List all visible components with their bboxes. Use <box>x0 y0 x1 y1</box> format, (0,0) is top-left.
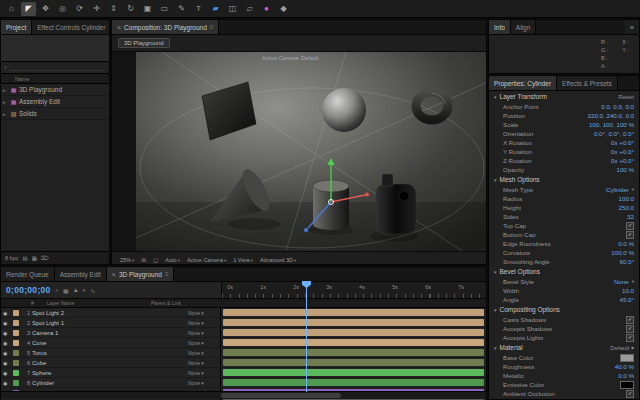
search-input[interactable] <box>9 64 106 71</box>
twirl-icon[interactable]: ▸ <box>3 87 8 93</box>
layer-row[interactable]: ◉5TorusNone ▾ <box>1 348 486 358</box>
selection-tool-icon[interactable]: ◤ <box>21 2 36 16</box>
parent-link-dropdown[interactable]: None ▾ <box>188 360 218 366</box>
section-header[interactable]: ▾MaterialDefault ▾ <box>489 342 639 353</box>
property-row[interactable]: Casts Shadows✓ <box>489 315 639 324</box>
property-row[interactable]: Radius100.0 <box>489 194 639 203</box>
layer-track[interactable] <box>221 328 486 337</box>
type-tool-icon[interactable]: T <box>191 2 206 16</box>
property-row[interactable]: Metallic0.0 % <box>489 371 639 380</box>
grid-guides-icon[interactable]: ⊞ <box>141 256 146 263</box>
tab-effect-controls[interactable]: Effect Controls Cylinder <box>32 20 109 34</box>
parent-link-dropdown[interactable]: None ▾ <box>188 320 218 326</box>
twirl-icon[interactable]: ▸ <box>3 99 8 105</box>
twirl-icon[interactable]: ▾ <box>494 345 497 351</box>
property-row[interactable]: Emissive Color <box>489 380 639 389</box>
layer-track[interactable] <box>221 308 486 317</box>
section-header[interactable]: ▾Layer TransformReset <box>489 91 639 102</box>
composition-viewport[interactable]: Active Camera: Default <box>112 52 486 251</box>
layer-duration-bar[interactable] <box>223 319 484 326</box>
color-swatch[interactable] <box>620 381 634 389</box>
twirl-icon[interactable]: ▾ <box>494 177 497 183</box>
property-row[interactable]: Position320.0, 240.0, 0.0 <box>489 111 639 120</box>
layer-row[interactable]: ◉2Spot Light 1None ▾ <box>1 318 486 328</box>
layer-row[interactable]: ◉4ConeNone ▾ <box>1 338 486 348</box>
property-value[interactable]: 250.0 <box>619 204 634 211</box>
layer-row[interactable]: ◉6CubeNone ▾ <box>1 358 486 368</box>
renderer-control[interactable]: Advanced 3D▾ <box>260 257 296 263</box>
layer-track[interactable] <box>221 358 486 367</box>
eraser-tool-icon[interactable]: ▱ <box>242 2 257 16</box>
property-value[interactable]: 0x +0.0° <box>611 148 634 155</box>
view-layout-control[interactable]: 1 View▾ <box>233 257 253 263</box>
property-row[interactable]: Edge Roundness0.0 % <box>489 239 639 248</box>
tab-properties[interactable]: Properties: Cylinder <box>489 76 557 90</box>
resolution-control[interactable]: Auto▾ <box>165 257 180 263</box>
bit-depth-label[interactable]: 8 bpc <box>5 255 18 261</box>
motion-blur-icon[interactable]: ◐ <box>83 287 87 294</box>
property-row[interactable]: Angle45.0° <box>489 295 639 304</box>
property-value[interactable]: 100.0 % <box>611 249 634 256</box>
layer-track[interactable] <box>221 318 486 327</box>
panel-menu-icon[interactable]: ≡ <box>625 20 639 34</box>
property-row[interactable]: Y Rotation0x +0.0° <box>489 147 639 156</box>
property-value[interactable]: 100 % <box>616 166 634 173</box>
project-item[interactable]: ▸▦Assembly Edit <box>1 96 109 108</box>
property-row[interactable]: Ambient Occlusion✓ <box>489 389 639 398</box>
twirl-icon[interactable]: ▾ <box>494 307 497 313</box>
property-row[interactable]: Base Color <box>489 353 639 362</box>
property-row[interactable]: Anchor Point0.0, 0.0, 0.0 <box>489 102 639 111</box>
pan-camera-tool-icon[interactable]: ✛ <box>89 2 104 16</box>
checkbox[interactable]: ✓ <box>626 390 634 398</box>
property-row[interactable]: Smoothing Angle60.0° <box>489 257 639 266</box>
checkbox[interactable]: ✓ <box>626 325 634 333</box>
property-row[interactable]: Roughness40.0 % <box>489 362 639 371</box>
property-row[interactable]: Height250.0 <box>489 203 639 212</box>
parent-link-dropdown[interactable]: None ▾ <box>188 330 218 336</box>
layer-track[interactable] <box>221 378 486 387</box>
property-row[interactable]: Mesh TypeCylinder▾ <box>489 185 639 194</box>
timeline-scrollbar[interactable] <box>1 391 486 399</box>
tab-project[interactable]: Project <box>1 20 32 34</box>
eye-icon[interactable]: ◉ <box>3 340 11 346</box>
layer-track[interactable] <box>221 338 486 347</box>
layer-row[interactable]: ◉8CylinderNone ▾ <box>1 378 486 388</box>
property-value[interactable]: 0.0°, 0.0°, 0.0° <box>594 130 634 137</box>
close-icon[interactable]: × <box>112 271 116 278</box>
twirl-icon[interactable]: ▾ <box>494 94 497 100</box>
scrollbar-thumb[interactable] <box>221 393 341 398</box>
new-folder-icon[interactable]: ▤ <box>22 255 27 261</box>
layer-duration-bar[interactable] <box>223 359 484 366</box>
trash-icon[interactable]: ⌦ <box>41 255 49 261</box>
search-icon[interactable]: ⌕ <box>56 287 59 294</box>
draft-3d-icon[interactable]: ▲ <box>73 287 79 294</box>
color-swatch[interactable] <box>620 354 634 362</box>
eye-icon[interactable]: ◉ <box>3 310 11 316</box>
property-row[interactable]: Curvature100.0 % <box>489 248 639 257</box>
eye-icon[interactable]: ◉ <box>3 360 11 366</box>
property-value[interactable]: 0x +0.0° <box>611 157 634 164</box>
property-row[interactable]: Scale100, 100, 100 % <box>489 120 639 129</box>
section-header[interactable]: ▾Mesh Options <box>489 174 639 185</box>
puppet-pin-tool-icon[interactable]: ◆ <box>276 2 291 16</box>
layer-row[interactable]: ◉7SphereNone ▾ <box>1 368 486 378</box>
project-search[interactable]: ⌕ <box>1 62 109 74</box>
scene-3d[interactable] <box>136 52 486 251</box>
label-color-swatch[interactable] <box>13 330 19 336</box>
project-item[interactable]: ▸▨Solids <box>1 108 109 120</box>
parent-link-dropdown[interactable]: None ▾ <box>188 350 218 356</box>
layer-row[interactable]: ◉3Camera 1None ▾ <box>1 328 486 338</box>
eye-icon[interactable]: ◉ <box>3 350 11 356</box>
property-value[interactable]: 60.0° <box>619 258 634 265</box>
property-row[interactable]: Width10.0 <box>489 286 639 295</box>
property-value[interactable]: 320.0, 240.0, 0.0 <box>588 112 634 119</box>
eye-icon[interactable]: ◉ <box>3 330 11 336</box>
home-tool-icon[interactable]: ⌂ <box>4 2 19 16</box>
property-row[interactable]: Bevel StyleNone▾ <box>489 277 639 286</box>
sphere-object[interactable] <box>322 88 366 132</box>
tab-align[interactable]: Align <box>511 20 536 34</box>
hand-tool-icon[interactable]: ✥ <box>38 2 53 16</box>
property-value[interactable]: 32 <box>627 213 634 220</box>
property-value[interactable]: Cylinder <box>606 186 629 193</box>
layer-duration-bar[interactable] <box>223 379 484 386</box>
